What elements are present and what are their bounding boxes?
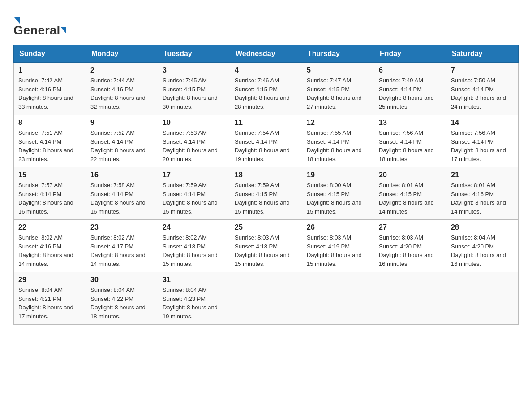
day-info: Sunrise: 7:56 AMSunset: 4:14 PMDaylight:… — [379, 128, 442, 163]
day-info: Sunrise: 8:01 AMSunset: 4:16 PMDaylight:… — [451, 181, 514, 216]
day-info: Sunrise: 8:02 AMSunset: 4:17 PMDaylight:… — [90, 233, 153, 268]
calendar-cell: 28Sunrise: 8:04 AMSunset: 4:20 PMDayligh… — [446, 220, 519, 272]
logo-triangle-icon — [61, 27, 66, 34]
day-info: Sunrise: 7:54 AMSunset: 4:14 PMDaylight:… — [235, 128, 297, 163]
day-of-week-header: Thursday — [302, 45, 374, 63]
day-info: Sunrise: 8:03 AMSunset: 4:20 PMDaylight:… — [379, 233, 442, 268]
day-number: 14 — [451, 119, 514, 127]
day-info: Sunrise: 8:01 AMSunset: 4:15 PMDaylight:… — [379, 181, 442, 216]
calendar-cell: 18Sunrise: 7:59 AMSunset: 4:15 PMDayligh… — [230, 167, 302, 220]
calendar-cell: 8Sunrise: 7:51 AMSunset: 4:14 PMDaylight… — [14, 115, 86, 167]
calendar-week-row: 8Sunrise: 7:51 AMSunset: 4:14 PMDaylight… — [14, 115, 519, 167]
calendar-header-row: SundayMondayTuesdayWednesdayThursdayFrid… — [14, 45, 519, 63]
day-of-week-header: Monday — [86, 45, 158, 63]
calendar-cell: 12Sunrise: 7:55 AMSunset: 4:14 PMDayligh… — [302, 115, 374, 167]
day-info: Sunrise: 8:04 AMSunset: 4:23 PMDaylight:… — [163, 286, 225, 321]
calendar-cell: 19Sunrise: 8:00 AMSunset: 4:15 PMDayligh… — [302, 167, 374, 220]
calendar-cell: 24Sunrise: 8:02 AMSunset: 4:18 PMDayligh… — [158, 220, 230, 272]
day-number: 4 — [235, 66, 297, 74]
day-number: 24 — [163, 223, 225, 231]
day-number: 25 — [235, 223, 297, 231]
page-header: General — [13, 13, 519, 36]
day-number: 28 — [451, 223, 514, 231]
day-info: Sunrise: 8:04 AMSunset: 4:20 PMDaylight:… — [451, 233, 514, 268]
day-info: Sunrise: 8:04 AMSunset: 4:21 PMDaylight:… — [18, 286, 81, 321]
day-info: Sunrise: 7:51 AMSunset: 4:14 PMDaylight:… — [18, 128, 81, 163]
day-number: 17 — [163, 171, 225, 179]
day-number: 29 — [18, 276, 81, 284]
calendar-cell: 9Sunrise: 7:52 AMSunset: 4:14 PMDaylight… — [86, 115, 158, 167]
calendar-table: SundayMondayTuesdayWednesdayThursdayFrid… — [13, 45, 519, 325]
day-number: 2 — [90, 66, 153, 74]
calendar-cell: 14Sunrise: 7:56 AMSunset: 4:14 PMDayligh… — [446, 115, 519, 167]
day-info: Sunrise: 7:42 AMSunset: 4:16 PMDaylight:… — [18, 76, 81, 111]
day-number: 10 — [163, 119, 225, 127]
calendar-cell: 25Sunrise: 8:03 AMSunset: 4:18 PMDayligh… — [230, 220, 302, 272]
day-info: Sunrise: 7:55 AMSunset: 4:14 PMDaylight:… — [307, 128, 369, 163]
day-of-week-header: Saturday — [446, 45, 519, 63]
calendar-cell — [302, 272, 374, 325]
calendar-cell: 30Sunrise: 8:04 AMSunset: 4:22 PMDayligh… — [86, 272, 158, 325]
calendar-cell: 6Sunrise: 7:49 AMSunset: 4:14 PMDaylight… — [374, 63, 446, 115]
day-info: Sunrise: 8:02 AMSunset: 4:16 PMDaylight:… — [18, 233, 81, 268]
day-info: Sunrise: 8:02 AMSunset: 4:18 PMDaylight:… — [163, 233, 225, 268]
calendar-week-row: 22Sunrise: 8:02 AMSunset: 4:16 PMDayligh… — [14, 220, 519, 272]
day-number: 18 — [235, 171, 297, 179]
day-info: Sunrise: 7:46 AMSunset: 4:15 PMDaylight:… — [235, 76, 297, 111]
calendar-cell — [374, 272, 446, 325]
calendar-cell: 31Sunrise: 8:04 AMSunset: 4:23 PMDayligh… — [158, 272, 230, 325]
day-of-week-header: Wednesday — [230, 45, 302, 63]
calendar-cell: 23Sunrise: 8:02 AMSunset: 4:17 PMDayligh… — [86, 220, 158, 272]
calendar-week-row: 29Sunrise: 8:04 AMSunset: 4:21 PMDayligh… — [14, 272, 519, 325]
day-of-week-header: Sunday — [14, 45, 86, 63]
calendar-cell: 29Sunrise: 8:04 AMSunset: 4:21 PMDayligh… — [14, 272, 86, 325]
calendar-week-row: 1Sunrise: 7:42 AMSunset: 4:16 PMDaylight… — [14, 63, 519, 115]
day-info: Sunrise: 7:58 AMSunset: 4:14 PMDaylight:… — [90, 181, 153, 216]
day-number: 26 — [307, 223, 369, 231]
calendar-week-row: 15Sunrise: 7:57 AMSunset: 4:14 PMDayligh… — [14, 167, 519, 220]
day-info: Sunrise: 8:03 AMSunset: 4:18 PMDaylight:… — [235, 233, 297, 268]
day-number: 15 — [18, 171, 81, 179]
logo-general-text2: General — [13, 23, 60, 38]
day-number: 31 — [163, 276, 225, 284]
calendar-cell: 26Sunrise: 8:03 AMSunset: 4:19 PMDayligh… — [302, 220, 374, 272]
calendar-cell: 20Sunrise: 8:01 AMSunset: 4:15 PMDayligh… — [374, 167, 446, 220]
day-of-week-header: Friday — [374, 45, 446, 63]
day-info: Sunrise: 7:59 AMSunset: 4:15 PMDaylight:… — [235, 181, 297, 216]
day-info: Sunrise: 7:53 AMSunset: 4:14 PMDaylight:… — [163, 128, 225, 163]
calendar-cell: 11Sunrise: 7:54 AMSunset: 4:14 PMDayligh… — [230, 115, 302, 167]
calendar-cell — [230, 272, 302, 325]
calendar-cell: 2Sunrise: 7:44 AMSunset: 4:16 PMDaylight… — [86, 63, 158, 115]
day-number: 13 — [379, 119, 442, 127]
calendar-cell: 27Sunrise: 8:03 AMSunset: 4:20 PMDayligh… — [374, 220, 446, 272]
day-number: 23 — [90, 223, 153, 231]
day-number: 22 — [18, 223, 81, 231]
calendar-cell: 3Sunrise: 7:45 AMSunset: 4:15 PMDaylight… — [158, 63, 230, 115]
day-info: Sunrise: 7:56 AMSunset: 4:14 PMDaylight:… — [451, 128, 514, 163]
day-number: 1 — [18, 66, 81, 74]
day-number: 21 — [451, 171, 514, 179]
calendar-cell: 1Sunrise: 7:42 AMSunset: 4:16 PMDaylight… — [14, 63, 86, 115]
day-number: 20 — [379, 171, 442, 179]
day-info: Sunrise: 7:57 AMSunset: 4:14 PMDaylight:… — [18, 181, 81, 216]
calendar-cell: 15Sunrise: 7:57 AMSunset: 4:14 PMDayligh… — [14, 167, 86, 220]
day-number: 9 — [90, 119, 153, 127]
day-of-week-header: Tuesday — [158, 45, 230, 63]
day-number: 5 — [307, 66, 369, 74]
day-info: Sunrise: 7:52 AMSunset: 4:14 PMDaylight:… — [90, 128, 153, 163]
calendar-cell: 21Sunrise: 8:01 AMSunset: 4:16 PMDayligh… — [446, 167, 519, 220]
calendar-cell: 10Sunrise: 7:53 AMSunset: 4:14 PMDayligh… — [158, 115, 230, 167]
day-info: Sunrise: 7:59 AMSunset: 4:14 PMDaylight:… — [163, 181, 225, 216]
calendar-cell: 5Sunrise: 7:47 AMSunset: 4:15 PMDaylight… — [302, 63, 374, 115]
day-number: 6 — [379, 66, 442, 74]
calendar-cell: 7Sunrise: 7:50 AMSunset: 4:14 PMDaylight… — [446, 63, 519, 115]
day-number: 30 — [90, 276, 153, 284]
calendar-cell: 4Sunrise: 7:46 AMSunset: 4:15 PMDaylight… — [230, 63, 302, 115]
day-info: Sunrise: 7:50 AMSunset: 4:14 PMDaylight:… — [451, 76, 514, 111]
logo-arrow-icon — [14, 17, 20, 24]
day-info: Sunrise: 7:47 AMSunset: 4:15 PMDaylight:… — [307, 76, 369, 111]
day-info: Sunrise: 8:03 AMSunset: 4:19 PMDaylight:… — [307, 233, 369, 268]
day-number: 8 — [18, 119, 81, 127]
day-number: 12 — [307, 119, 369, 127]
calendar-cell: 17Sunrise: 7:59 AMSunset: 4:14 PMDayligh… — [158, 167, 230, 220]
